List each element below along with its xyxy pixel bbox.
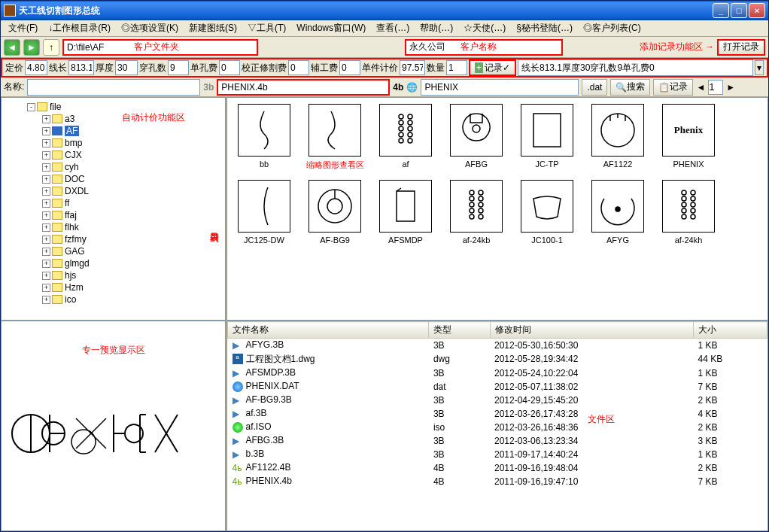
- tree-item-ico[interactable]: ico: [65, 294, 76, 305]
- col-header[interactable]: 修改时间: [490, 322, 694, 339]
- file-row[interactable]: a工程图文档1.dwgdwg2012-05-28,19:34:4244 KB: [228, 352, 767, 366]
- tree-toggle[interactable]: +: [42, 296, 50, 304]
- tree-toggle[interactable]: +: [42, 223, 50, 232]
- col-header[interactable]: 文件名称: [228, 322, 429, 339]
- tree-item-bmp[interactable]: bmp: [65, 138, 82, 148]
- tree-item-Hzm[interactable]: Hzm: [65, 282, 84, 293]
- tree-item-GAG[interactable]: GAG: [65, 246, 85, 257]
- tree-toggle[interactable]: +: [42, 151, 50, 160]
- file-row[interactable]: PHENIX.DATdat2012-05-07,11:38:027 KB: [228, 380, 767, 394]
- page-input[interactable]: [708, 80, 723, 95]
- minimize-button[interactable]: _: [713, 3, 729, 18]
- tree-item-a3[interactable]: a3: [65, 114, 74, 124]
- file-list[interactable]: 文件名称类型修改时间大小 ▶AFYG.3B3B2012-05-30,16:50:…: [226, 321, 768, 531]
- sl-input[interactable]: [446, 60, 467, 75]
- menu-item-0[interactable]: 文件(F): [4, 20, 42, 36]
- menu-item-6[interactable]: 查看(…): [372, 20, 414, 36]
- tree-item-glmgd[interactable]: glmgd: [65, 258, 90, 269]
- file-row[interactable]: ▶b.3B3B2011-09-17,14:40:241 KB: [228, 448, 767, 461]
- djjj-input[interactable]: [400, 60, 425, 75]
- tree-toggle[interactable]: +: [42, 248, 50, 256]
- search-button[interactable]: 🔍搜索: [610, 79, 650, 96]
- thumb-af[interactable]: af: [375, 104, 436, 171]
- name-input[interactable]: [27, 79, 200, 96]
- menu-item-7[interactable]: 帮助(…): [415, 20, 457, 36]
- open-record-button[interactable]: 打开记录: [717, 39, 765, 56]
- menu-item-10[interactable]: ◎客户列表(C): [579, 20, 646, 36]
- tree-toggle[interactable]: +: [42, 260, 50, 268]
- thumb-JC100-1[interactable]: JC100-1: [516, 180, 578, 245]
- dat-input[interactable]: PHENIX: [421, 79, 579, 96]
- dj-input[interactable]: [25, 60, 47, 75]
- menu-item-4[interactable]: ▽工具(T): [243, 20, 290, 36]
- thumb-JC-TP[interactable]: JC-TP: [516, 104, 578, 171]
- dropdown-icon[interactable]: ▾: [755, 60, 764, 75]
- tree-toggle[interactable]: +: [42, 236, 50, 244]
- path-input[interactable]: D:\file\AF 客户文件夹: [62, 39, 258, 56]
- fgf-input[interactable]: [339, 60, 360, 75]
- tree-toggle[interactable]: +: [42, 284, 50, 292]
- tree-item-hjs[interactable]: hjs: [65, 270, 76, 281]
- next-icon[interactable]: ►: [726, 82, 735, 93]
- jzxgf-input[interactable]: [288, 60, 309, 75]
- tree-item-CJX[interactable]: CJX: [65, 150, 82, 160]
- record-text-input[interactable]: 线长813.1厚度30穿孔数9单孔费0: [518, 59, 753, 76]
- xc-input[interactable]: [68, 60, 94, 75]
- tree-toggle[interactable]: +: [42, 175, 50, 184]
- col-header[interactable]: 类型: [429, 322, 490, 339]
- tree-root[interactable]: file: [50, 102, 61, 112]
- menu-item-1[interactable]: ↓工作根目录(R): [44, 20, 115, 36]
- tree-toggle[interactable]: +: [42, 211, 50, 220]
- tree-toggle[interactable]: +: [42, 127, 50, 135]
- file-row[interactable]: ▶AFBG.3B3B2012-03-06,13:23:343 KB: [228, 434, 767, 448]
- tree-item-ffaj[interactable]: ffaj: [65, 210, 77, 220]
- menu-item-5[interactable]: Windows窗口(W): [292, 20, 370, 36]
- tree-item-fzfmy[interactable]: fzfmy: [65, 234, 87, 245]
- up-button[interactable]: ↑: [43, 39, 59, 56]
- dat-ext-button[interactable]: .dat: [582, 79, 607, 96]
- file-row[interactable]: af.ISOiso2012-03-26,16:48:362 KB: [228, 421, 767, 434]
- tree-toggle[interactable]: +: [42, 199, 50, 208]
- forward-button[interactable]: ►: [23, 39, 40, 56]
- thumb-AFBG[interactable]: AFBG: [445, 104, 507, 171]
- record2-button[interactable]: 📋记录: [653, 79, 693, 96]
- thumb-AF-BG9[interactable]: AF-BG9: [304, 180, 366, 245]
- file-row[interactable]: ▶af.3B3B2012-03-26,17:43:284 KB: [228, 407, 767, 421]
- file-row[interactable]: 4ьAF1122.4B4B2011-09-16,19:48:042 KB: [228, 461, 767, 475]
- thumb-af-24kb[interactable]: af-24kb: [445, 180, 507, 245]
- tree-toggle[interactable]: +: [42, 115, 50, 123]
- file-row[interactable]: ▶AF-BG9.3B3B2012-04-29,15:45:202 KB: [228, 394, 767, 407]
- tree-item-DXDL[interactable]: DXDL: [65, 186, 89, 196]
- tree-toggle[interactable]: +: [42, 163, 50, 172]
- menu-item-2[interactable]: ◎选项设置(K): [117, 20, 183, 36]
- thumb-AFSMDP[interactable]: AFSMDP: [375, 180, 436, 245]
- tree-toggle[interactable]: +: [42, 187, 50, 196]
- cks-input[interactable]: [168, 60, 189, 75]
- col-header[interactable]: 大小: [694, 322, 767, 339]
- tree-item-AF[interactable]: AF: [65, 126, 79, 136]
- tree-item-ff[interactable]: ff: [65, 198, 69, 208]
- thumb-1[interactable]: 缩略图形查看区: [304, 104, 366, 171]
- thumb-AFYG[interactable]: AFYG: [587, 180, 649, 245]
- thumb-JC125-DW[interactable]: JC125-DW: [233, 180, 295, 245]
- tree-toggle[interactable]: -: [27, 103, 35, 111]
- dkf-input[interactable]: [219, 60, 240, 75]
- back-button[interactable]: ◄: [4, 39, 20, 56]
- thumb-PHENIX[interactable]: PhenixPHENIX: [658, 104, 719, 171]
- 4b-input[interactable]: PHENIX.4b: [217, 79, 390, 96]
- close-button[interactable]: ×: [749, 3, 765, 18]
- thumb-af-24kh[interactable]: af-24kh: [658, 180, 719, 245]
- hd-input[interactable]: [115, 60, 138, 75]
- menu-item-8[interactable]: ☆天使(…): [459, 20, 510, 36]
- customer-input[interactable]: 永久公司 客户名称: [405, 39, 563, 56]
- tree-item-DOC[interactable]: DOC: [65, 174, 85, 184]
- thumb-AF1122[interactable]: AF1122: [587, 104, 649, 171]
- tree-item-flhk[interactable]: flhk: [65, 222, 79, 233]
- menu-item-9[interactable]: §秘书登陆(…): [512, 20, 577, 36]
- record-button[interactable]: +记录✓: [469, 59, 516, 76]
- directory-tree[interactable]: 目录列表 -file+a3+AF+bmp+CJX+cyh+DOC+DXDL+ff…: [1, 97, 226, 321]
- file-row[interactable]: ▶AFYG.3B3B2012-05-30,16:50:301 KB: [228, 339, 767, 352]
- maximize-button[interactable]: □: [731, 3, 747, 18]
- thumb-bb[interactable]: bb: [233, 104, 295, 171]
- tree-toggle[interactable]: +: [42, 272, 50, 280]
